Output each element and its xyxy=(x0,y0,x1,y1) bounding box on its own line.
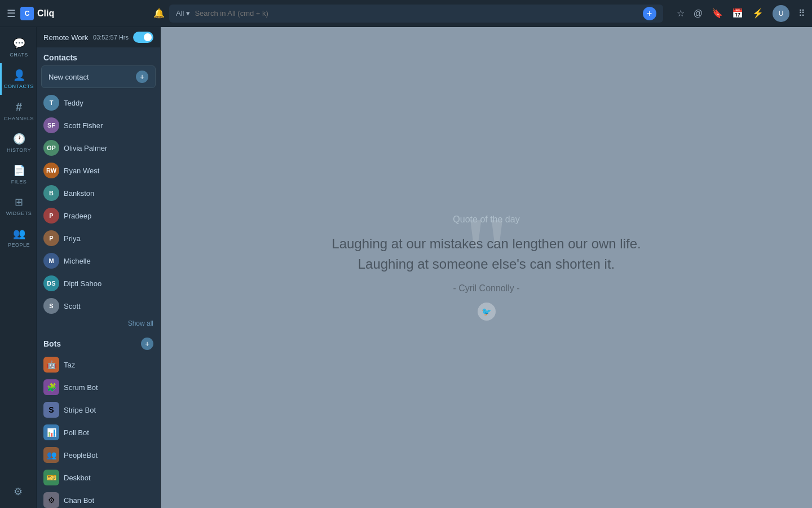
contact-name: Priya xyxy=(64,234,81,243)
channels-icon: # xyxy=(16,100,22,113)
bot-avatar: 🎫 xyxy=(43,470,59,485)
sidebar-item-people[interactable]: 👥 PEOPLE xyxy=(0,222,36,253)
avatar: P xyxy=(43,230,59,246)
bot-name: Chan Bot xyxy=(64,496,94,505)
topbar: ☰ C Cliq 🔔 All ▾ + ☆ @ 🔖 📅 ⚡ U ⠿ xyxy=(0,0,812,27)
remote-work-timer: 03:52:57 Hrs xyxy=(93,34,129,41)
bot-name: Stripe Bot xyxy=(64,406,96,414)
contact-name: Pradeep xyxy=(64,212,91,220)
sidebar-item-channels[interactable]: # CHANNELS xyxy=(0,95,36,127)
chats-icon: 💬 xyxy=(13,37,25,50)
quote-author: - Cyril Connolly - xyxy=(332,283,641,294)
avatar: P xyxy=(43,208,59,224)
avatar: B xyxy=(43,185,59,201)
add-bot-button[interactable]: + xyxy=(141,338,153,350)
search-add-button[interactable]: + xyxy=(643,7,656,20)
sidebar-item-history[interactable]: 🕐 HISTORY xyxy=(0,127,36,159)
contact-item-ryan[interactable]: RW Ryan West xyxy=(37,159,160,182)
contacts-list: T Teddy SF Scott Fisher OP Olivia Palmer… xyxy=(37,91,160,317)
bookmark-icon[interactable]: 🔖 xyxy=(712,8,723,19)
contacts-icon: 👤 xyxy=(13,69,25,81)
bot-name: PeopleBot xyxy=(64,451,98,459)
avatar: RW xyxy=(43,163,59,178)
contact-item-bankston[interactable]: B Bankston xyxy=(37,182,160,204)
contact-item-dipti[interactable]: DS Dipti Sahoo xyxy=(37,272,160,295)
contact-name: Dipti Sahoo xyxy=(64,279,102,288)
bots-section: Bots + 🤖 Taz 🧩 Scrum Bot S Stripe Bot 📊 … xyxy=(37,332,160,508)
bot-item-taz[interactable]: 🤖 Taz xyxy=(37,353,160,376)
contact-item-priya[interactable]: P Priya xyxy=(37,227,160,249)
show-all-button[interactable]: Show all xyxy=(37,317,160,332)
star-icon[interactable]: ☆ xyxy=(677,8,685,19)
twitter-share-button[interactable]: 🐦 xyxy=(478,303,496,321)
sidebar-item-chats[interactable]: 💬 CHATS xyxy=(0,32,36,63)
avatar: OP xyxy=(43,140,59,156)
sidebar: Remote Work 03:52:57 Hrs Contacts New co… xyxy=(37,27,161,508)
menu-icon[interactable]: ☰ xyxy=(7,7,16,20)
remote-work-toggle[interactable] xyxy=(133,32,153,43)
grid-dots-icon[interactable]: ⠿ xyxy=(798,8,805,19)
contact-item-teddy[interactable]: T Teddy xyxy=(37,91,160,114)
bot-item-people[interactable]: 👥 PeopleBot xyxy=(37,444,160,466)
contacts-section-header: Contacts xyxy=(37,47,160,65)
bot-item-scrum[interactable]: 🧩 Scrum Bot xyxy=(37,376,160,398)
mention-icon[interactable]: @ xyxy=(694,8,703,19)
contact-name: Teddy xyxy=(64,99,83,107)
channels-label: CHANNELS xyxy=(4,116,34,121)
bot-item-poll[interactable]: 📊 Poll Bot xyxy=(37,421,160,444)
contact-item-michelle[interactable]: M Michelle xyxy=(37,249,160,272)
sidebar-item-files[interactable]: 📄 FILES xyxy=(0,159,36,190)
new-contact-plus-button[interactable]: + xyxy=(136,71,148,83)
topbar-actions: ☆ @ 🔖 📅 ⚡ U ⠿ xyxy=(668,5,805,22)
bot-item-stripe[interactable]: S Stripe Bot xyxy=(37,398,160,421)
contact-name: Bankston xyxy=(64,189,94,198)
files-label: FILES xyxy=(11,179,27,185)
twitter-icon: 🐦 xyxy=(482,307,491,316)
calendar-icon[interactable]: 📅 xyxy=(732,8,743,19)
new-contact-tooltip: New contact + xyxy=(41,65,156,88)
widgets-label: WIDGETS xyxy=(6,211,32,216)
search-input[interactable] xyxy=(195,9,636,17)
sidebar-item-contacts[interactable]: 👤 CONTACTS xyxy=(0,63,36,95)
speaker-icon[interactable]: 🔔 xyxy=(153,8,165,19)
search-bar: All ▾ + xyxy=(169,5,663,23)
bots-section-header: Bots + xyxy=(37,332,160,353)
history-label: HISTORY xyxy=(7,147,31,153)
people-label: PEOPLE xyxy=(8,242,30,248)
chats-label: CHATS xyxy=(10,52,28,58)
contact-name: Michelle xyxy=(64,257,91,265)
sidebar-item-widgets[interactable]: ⊞ WIDGETS xyxy=(0,190,36,222)
bot-avatar: ⚙ xyxy=(43,492,59,508)
remote-work-bar: Remote Work 03:52:57 Hrs xyxy=(37,27,160,47)
settings-icon[interactable]: ⚙ xyxy=(0,480,36,503)
contact-name: Scott Fisher xyxy=(64,121,103,130)
contact-name: Scott xyxy=(64,302,81,310)
bot-avatar: 🤖 xyxy=(43,357,59,373)
bot-item-desk[interactable]: 🎫 Deskbot xyxy=(37,466,160,489)
bot-name: Poll Bot xyxy=(64,428,89,437)
avatar: S xyxy=(43,298,59,314)
contact-item-pradeep[interactable]: P Pradeep xyxy=(37,204,160,227)
user-avatar[interactable]: U xyxy=(773,5,789,22)
topbar-left: ☰ C Cliq 🔔 xyxy=(7,7,165,20)
main-content: " Quote of the day Laughing at our mista… xyxy=(161,27,812,508)
people-icon: 👥 xyxy=(13,227,25,240)
bot-item-chan[interactable]: ⚙ Chan Bot xyxy=(37,489,160,508)
logo-icon: C xyxy=(20,7,34,20)
avatar: DS xyxy=(43,275,59,291)
quote-container: Quote of the day Laughing at our mistake… xyxy=(320,203,652,332)
bots-section-title: Bots xyxy=(43,339,141,348)
lightning-icon[interactable]: ⚡ xyxy=(752,8,764,19)
bot-avatar: S xyxy=(43,402,59,418)
avatar: T xyxy=(43,95,59,111)
contact-item-scott[interactable]: S Scott xyxy=(37,295,160,317)
quote-text: Laughing at our mistakes can lengthen ou… xyxy=(332,234,641,274)
contact-item-olivia[interactable]: OP Olivia Palmer xyxy=(37,137,160,159)
contact-item-scottfisher[interactable]: SF Scott Fisher xyxy=(37,114,160,137)
search-filter-dropdown[interactable]: All ▾ xyxy=(176,9,190,17)
files-icon: 📄 xyxy=(13,164,25,177)
contact-name: Ryan West xyxy=(64,167,99,175)
main: 💬 CHATS 👤 CONTACTS # CHANNELS 🕐 HISTORY … xyxy=(0,27,812,508)
left-nav: 💬 CHATS 👤 CONTACTS # CHANNELS 🕐 HISTORY … xyxy=(0,27,37,508)
chevron-down-icon: ▾ xyxy=(186,9,190,17)
